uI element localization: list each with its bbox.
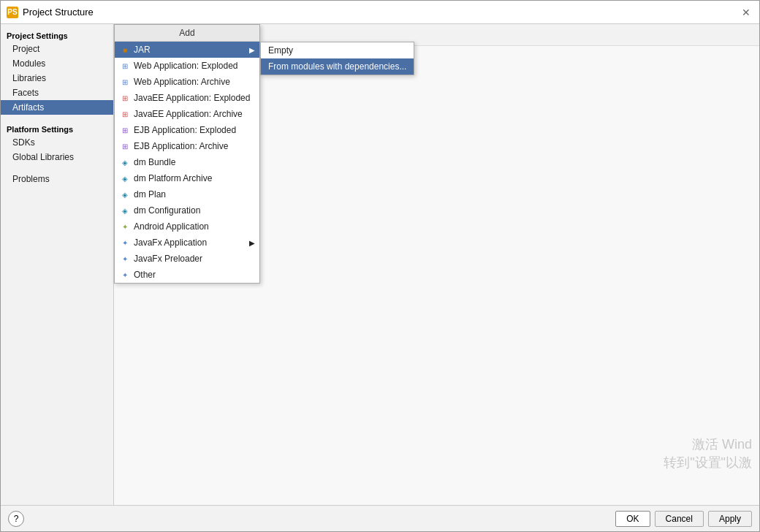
dropdown-item-dm-configuration[interactable]: ◈ dm Configuration xyxy=(115,202,259,218)
dropdown-item-javafx-application[interactable]: ✦ JavaFx Application ▶ xyxy=(115,235,259,251)
close-button[interactable]: ✕ xyxy=(739,5,753,20)
sidebar-item-problems[interactable]: Problems xyxy=(1,172,113,186)
ok-button[interactable]: OK xyxy=(615,511,650,527)
other-icon: ✦ xyxy=(119,269,131,281)
javafx-preloader-icon: ✦ xyxy=(119,253,131,265)
sidebar-item-libraries[interactable]: Libraries xyxy=(1,71,113,86)
ejb-exploded-icon: ⊞ xyxy=(119,124,131,136)
title-bar: PS Project Structure ✕ xyxy=(1,1,759,24)
add-dropdown-menu: Add ■ JAR ▶ ⊞ Web Application: Exploded … xyxy=(114,24,260,284)
dropdown-item-web-exploded[interactable]: ⊞ Web Application: Exploded xyxy=(115,58,259,74)
dropdown-item-dm-bundle[interactable]: ◈ dm Bundle xyxy=(115,154,259,170)
submenu-arrow: ▶ xyxy=(249,46,255,54)
javaee-archive-icon: ⊞ xyxy=(119,108,131,120)
dropdown-item-other[interactable]: ✦ Other xyxy=(115,267,259,283)
main-layout: Project Settings Project Modules Librari… xyxy=(1,24,759,505)
javafx-submenu-arrow: ▶ xyxy=(249,239,255,247)
web-exploded-icon: ⊞ xyxy=(119,60,131,72)
dropdown-item-android-application[interactable]: ✦ Android Application xyxy=(115,218,259,235)
sidebar-item-sdks[interactable]: SDKs xyxy=(1,135,113,150)
submenu-item-empty[interactable]: Empty xyxy=(261,42,414,58)
jar-submenu: Empty From modules with dependencies... xyxy=(260,42,414,75)
ejb-archive-icon: ⊞ xyxy=(119,140,131,152)
dropdown-item-dm-plan[interactable]: ◈ dm Plan xyxy=(115,186,259,202)
sidebar-item-modules[interactable]: Modules xyxy=(1,56,113,71)
project-structure-dialog: PS Project Structure ✕ Project Settings … xyxy=(0,0,760,532)
sidebar-item-facets[interactable]: Facets xyxy=(1,86,113,100)
dm-bundle-icon: ◈ xyxy=(119,156,131,168)
javafx-application-icon: ✦ xyxy=(119,237,131,248)
dropdown-item-web-archive[interactable]: ⊞ Web Application: Archive xyxy=(115,74,259,90)
bottom-bar: ? OK Cancel Apply xyxy=(1,505,759,531)
submenu-item-from-modules[interactable]: From modules with dependencies... xyxy=(261,58,414,75)
sidebar-item-artifacts[interactable]: Artifacts xyxy=(1,100,113,115)
dm-configuration-icon: ◈ xyxy=(119,205,131,216)
dm-platform-archive-icon: ◈ xyxy=(119,172,131,184)
cancel-button[interactable]: Cancel xyxy=(655,511,704,527)
javaee-exploded-icon: ⊞ xyxy=(119,92,131,104)
project-settings-label: Project Settings xyxy=(1,28,113,42)
sidebar-item-global-libraries[interactable]: Global Libraries xyxy=(1,150,113,164)
add-dropdown-header: Add xyxy=(115,25,259,42)
dropdown-item-javafx-preloader[interactable]: ✦ JavaFx Preloader xyxy=(115,251,259,267)
sidebar: Project Settings Project Modules Librari… xyxy=(1,24,114,505)
dropdown-item-javaee-archive[interactable]: ⊞ JavaEE Application: Archive xyxy=(115,106,259,122)
content-area: + − Add ■ JAR ▶ ⊞ xyxy=(114,24,759,505)
platform-settings-label: Platform Settings xyxy=(1,122,113,135)
title-bar-left: PS Project Structure xyxy=(7,7,94,18)
dropdown-item-ejb-exploded[interactable]: ⊞ EJB Application: Exploded xyxy=(115,122,259,138)
web-archive-icon: ⊞ xyxy=(119,76,131,88)
apply-button[interactable]: Apply xyxy=(708,511,752,527)
dropdown-item-ejb-archive[interactable]: ⊞ EJB Application: Archive xyxy=(115,138,259,154)
watermark: 激活 Wind 转到"设置"以激 xyxy=(664,436,752,472)
add-dropdown-container: Add ■ JAR ▶ ⊞ Web Application: Exploded … xyxy=(114,24,260,284)
dropdown-item-dm-platform-archive[interactable]: ◈ dm Platform Archive xyxy=(115,170,259,186)
jar-icon: ■ xyxy=(119,44,131,56)
dropdown-item-javaee-exploded[interactable]: ⊞ JavaEE Application: Exploded xyxy=(115,90,259,106)
dm-plan-icon: ◈ xyxy=(119,189,131,200)
help-button[interactable]: ? xyxy=(8,511,24,527)
window-title: Project Structure xyxy=(23,7,94,18)
dropdown-item-jar[interactable]: ■ JAR ▶ xyxy=(115,42,259,58)
sidebar-item-project[interactable]: Project xyxy=(1,42,113,56)
window-icon: PS xyxy=(7,7,18,18)
android-icon: ✦ xyxy=(119,221,131,232)
bottom-buttons: OK Cancel Apply xyxy=(615,511,752,527)
